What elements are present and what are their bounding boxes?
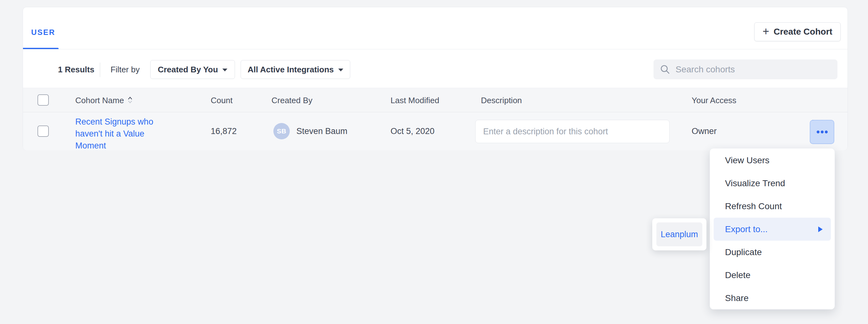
submenu-arrow-icon xyxy=(818,226,823,232)
menu-item-view-users[interactable]: View Users xyxy=(710,149,835,172)
plus-icon: + xyxy=(763,27,769,36)
column-header-count[interactable]: Count xyxy=(211,88,232,113)
integrations-dropdown-value: All Active Integrations xyxy=(248,65,334,75)
integrations-dropdown[interactable]: All Active Integrations xyxy=(241,60,350,79)
select-all-checkbox[interactable] xyxy=(37,94,49,106)
menu-item-duplicate[interactable]: Duplicate xyxy=(710,241,835,263)
submenu-item-leanplum[interactable]: Leanplum xyxy=(656,222,702,246)
column-header-cohort-name[interactable]: Cohort Name xyxy=(75,88,133,113)
created-by-dropdown-value: Created By You xyxy=(158,65,218,75)
cohort-name-link[interactable]: Recent Signups who haven't hit a Value M… xyxy=(75,116,157,152)
sort-icon[interactable] xyxy=(127,96,133,104)
column-header-last-modified[interactable]: Last Modified xyxy=(391,88,439,113)
export-submenu: Leanplum xyxy=(652,218,707,250)
tab-user[interactable]: USER xyxy=(31,28,56,37)
more-icon xyxy=(817,131,819,133)
menu-item-visualize-trend[interactable]: Visualize Trend xyxy=(710,172,835,195)
menu-item-export-to[interactable]: Export to... xyxy=(714,218,831,241)
create-cohort-button[interactable]: + Create Cohort xyxy=(754,22,841,41)
filter-divider xyxy=(100,63,100,77)
create-cohort-label: Create Cohort xyxy=(774,27,832,37)
table-row: Recent Signups who haven't hit a Value M… xyxy=(23,112,847,150)
results-count: 1 Results xyxy=(58,65,94,75)
caret-down-icon xyxy=(338,69,343,71)
access-level: Owner xyxy=(692,112,717,150)
menu-item-share[interactable]: Share xyxy=(710,287,835,310)
search-icon xyxy=(660,64,671,75)
last-modified-date: Oct 5, 2020 xyxy=(391,112,435,150)
more-actions-button[interactable] xyxy=(810,120,834,144)
caret-down-icon xyxy=(222,69,227,71)
row-checkbox[interactable] xyxy=(37,125,49,137)
avatar: SB xyxy=(273,123,290,139)
table-header-row: Cohort Name Count Created By Last Modifi… xyxy=(23,88,847,112)
filter-by-label: Filter by xyxy=(111,65,140,75)
menu-item-refresh-count[interactable]: Refresh Count xyxy=(710,195,835,218)
row-actions-menu: View Users Visualize Trend Refresh Count… xyxy=(710,148,835,310)
search-input[interactable] xyxy=(676,65,831,75)
cohorts-panel: USER + Create Cohort 1 Results Filter by… xyxy=(23,7,848,150)
created-by-dropdown[interactable]: Created By You xyxy=(150,60,235,79)
column-header-created-by[interactable]: Created By xyxy=(272,88,312,113)
created-by-name: Steven Baum xyxy=(297,112,347,150)
more-icon xyxy=(821,131,824,133)
column-header-your-access[interactable]: Your Access xyxy=(692,88,736,113)
search-cohorts-box[interactable] xyxy=(653,60,837,79)
more-icon xyxy=(825,131,828,133)
cohort-count: 16,872 xyxy=(211,112,237,150)
tab-row-divider xyxy=(23,49,847,49)
menu-item-delete[interactable]: Delete xyxy=(710,263,835,287)
column-header-description[interactable]: Description xyxy=(481,88,522,113)
description-input[interactable] xyxy=(475,120,670,143)
